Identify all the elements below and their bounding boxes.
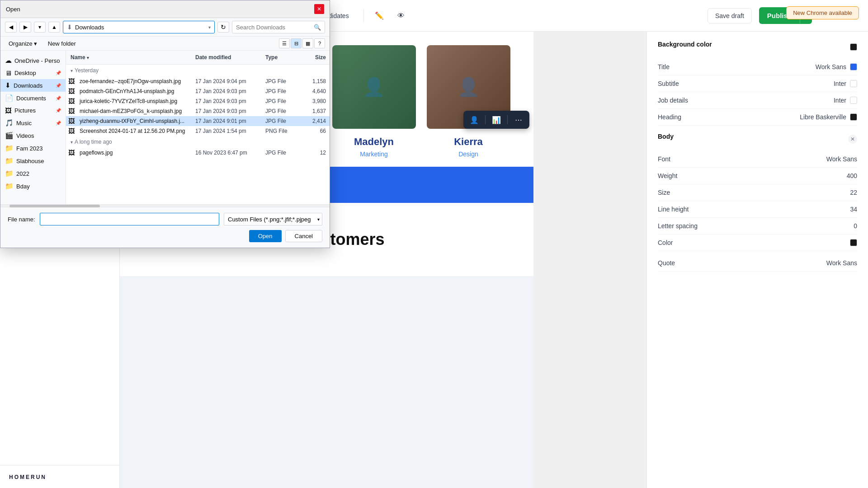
address-bar[interactable]: ⬇ Downloads ▾ xyxy=(63,21,215,33)
sidebar-item-fam-2023[interactable]: 📁 Fam 2023 xyxy=(0,142,66,155)
pin-icon: 📌 xyxy=(56,83,61,88)
title-color-swatch[interactable] xyxy=(850,63,857,70)
dialog-titlebar: Open ✕ xyxy=(0,0,330,18)
tiles-view-button[interactable]: ▦ xyxy=(302,38,313,48)
file-type: JPG File xyxy=(262,118,300,124)
file-size: 1,158 xyxy=(300,78,330,84)
file-row[interactable]: 🖼 michael-dam-mEZ3PoFGs_k-unsplash.jpg 1… xyxy=(66,106,330,116)
letter-spacing-value: 0 xyxy=(854,222,857,230)
file-type-select[interactable]: Custom Files (*.png;*.jfif;*.pjpeg xyxy=(224,213,322,225)
folder-icon: 📄 xyxy=(5,94,14,102)
line-height-label: Line height xyxy=(658,206,689,213)
font-value: Work Sans xyxy=(826,155,857,163)
background-color-swatch[interactable] xyxy=(850,43,857,51)
onedrive-item[interactable]: ☁ OneDrive - Perso xyxy=(0,54,66,67)
up-button[interactable]: ▲ xyxy=(48,22,60,33)
open-button[interactable]: Open xyxy=(249,230,282,242)
folder-label: Fam 2023 xyxy=(16,145,61,152)
organize-button[interactable]: Organize ▾ xyxy=(5,39,41,48)
save-draft-button[interactable]: Save draft xyxy=(708,8,752,23)
cancel-button[interactable]: Cancel xyxy=(285,230,322,242)
chrome-notification[interactable]: New Chrome available xyxy=(786,6,859,19)
file-type: JPG File xyxy=(262,88,300,94)
forward-button[interactable]: ▶ xyxy=(19,22,31,33)
detail-view-button[interactable]: ⊟ xyxy=(291,38,302,48)
file-name: yizheng-duanmu-tXFbY_CimhI-unsplash.j... xyxy=(77,118,192,124)
sidebar-item-2022[interactable]: 📁 2022 xyxy=(0,167,66,180)
file-list: Name ▾ Date modified Type Size ▾ Yesterd… xyxy=(66,51,330,204)
folder-icon: 🎬 xyxy=(5,131,14,140)
search-bar[interactable]: 🔍 xyxy=(232,21,325,33)
heading-color-swatch[interactable] xyxy=(850,113,857,121)
background-color-title: Background color xyxy=(658,41,712,48)
file-dialog[interactable]: Open ✕ ◀ ▶ ▾ ▲ ⬇ Downloads ▾ ↻ 🔍 Organiz… xyxy=(0,0,330,248)
size-column-header[interactable]: Size xyxy=(300,52,330,62)
sidebar-item-music[interactable]: 🎵 Music 📌 xyxy=(0,117,66,129)
footer-row2: Open Cancel xyxy=(8,230,322,242)
file-size: 12 xyxy=(300,150,330,156)
help-button[interactable]: ? xyxy=(314,38,325,48)
job-details-color-swatch[interactable] xyxy=(850,97,857,104)
recent-button[interactable]: ▾ xyxy=(34,22,46,33)
dialog-sidebar: ☁ OneDrive - Perso 🖥 Desktop 📌 ⬇ Downloa… xyxy=(0,51,66,204)
sidebar-item-videos[interactable]: 🎬 Videos xyxy=(0,129,66,142)
line-height-row: Line height 34 xyxy=(658,201,857,218)
body-close-button[interactable]: ✕ xyxy=(848,135,857,144)
file-row[interactable]: 🖼 jurica-koletic-7YVZYZeITc8-unsplash.jp… xyxy=(66,96,330,106)
sidebar-item-pictures[interactable]: 🖼 Pictures 📌 xyxy=(0,104,66,117)
subtitle-color-swatch[interactable] xyxy=(850,80,857,87)
folder-label: Slabhouse xyxy=(16,158,61,164)
dialog-nav-toolbar: ◀ ▶ ▾ ▲ ⬇ Downloads ▾ ↻ 🔍 xyxy=(0,18,330,37)
sidebar-item-desktop[interactable]: 🖥 Desktop 📌 xyxy=(0,67,66,79)
float-chart-icon[interactable]: 📊 xyxy=(490,113,503,126)
file-row[interactable]: 🖼 Screenshot 2024-01-17 at 12.56.20 PM.p… xyxy=(66,126,330,136)
dialog-close-button[interactable]: ✕ xyxy=(314,4,324,14)
madelyn-photo: 👤 xyxy=(332,45,416,129)
folder-label: Downloads xyxy=(14,82,53,89)
file-row[interactable]: 🖼 zoe-fernandez--zqoE7jnOgw-unsplash.jpg… xyxy=(66,76,330,86)
name-column-header[interactable]: Name ▾ xyxy=(66,52,192,62)
date-column-header[interactable]: Date modified xyxy=(192,52,262,62)
horizontal-scrollbar[interactable] xyxy=(0,204,330,207)
file-row[interactable]: 🖼 podmatch-GEnCnYhA1J4-unsplash.jpg 17 J… xyxy=(66,86,330,96)
float-user-icon[interactable]: 👤 xyxy=(468,113,481,126)
folder-icon: 🎵 xyxy=(5,119,14,127)
sidebar-item-documents[interactable]: 📄 Documents 📌 xyxy=(0,92,66,104)
file-row[interactable]: 🖼 yizheng-duanmu-tXFbY_CimhI-unsplash.j.… xyxy=(66,116,330,126)
size-row: Size 22 xyxy=(658,184,857,201)
refresh-button[interactable]: ↻ xyxy=(217,22,229,33)
folder-icon: 🖥 xyxy=(5,69,12,77)
sidebar-item-downloads[interactable]: ⬇ Downloads 📌 xyxy=(0,79,66,92)
file-row[interactable]: 🖼 pageflows.jpg 16 Nov 2023 6:47 pm JPG … xyxy=(66,148,330,158)
file-group-header[interactable]: ▾ A long time ago xyxy=(66,136,330,148)
file-date: 17 Jan 2024 9:03 pm xyxy=(192,108,262,114)
address-dropdown-icon[interactable]: ▾ xyxy=(208,25,211,30)
body-title: Body xyxy=(658,133,674,140)
color-row: Color xyxy=(658,235,857,251)
list-view-button[interactable]: ☰ xyxy=(279,38,290,48)
file-date: 17 Jan 2024 9:04 pm xyxy=(192,78,262,84)
file-name-input[interactable] xyxy=(40,213,219,225)
edit-button[interactable]: ✏️ xyxy=(371,8,387,24)
dialog-body: ☁ OneDrive - Perso 🖥 Desktop 📌 ⬇ Downloa… xyxy=(0,51,330,204)
file-name: pageflows.jpg xyxy=(77,150,192,156)
search-input[interactable] xyxy=(236,24,312,31)
folder-icon: 📁 xyxy=(5,169,14,178)
organize-toolbar: Organize ▾ New folder ☰ ⊟ ▦ ? xyxy=(0,37,330,51)
color-swatch[interactable] xyxy=(850,239,857,246)
sidebar-item-bday[interactable]: 📁 Bday xyxy=(0,180,66,192)
back-button[interactable]: ◀ xyxy=(5,22,17,33)
file-size: 2,414 xyxy=(300,118,330,124)
organize-label: Organize xyxy=(9,40,33,47)
job-details-label: Job details xyxy=(658,97,688,104)
new-folder-button[interactable]: New folder xyxy=(44,39,80,48)
pin-icon: 📌 xyxy=(56,96,61,101)
float-toolbar: 👤 📊 ⋯ xyxy=(463,111,529,129)
sidebar-item-slabhouse[interactable]: 📁 Slabhouse xyxy=(0,155,66,167)
folder-label: Pictures xyxy=(14,107,53,114)
preview-button[interactable]: 👁 xyxy=(393,8,409,24)
heading-font: Libre Baskerville xyxy=(800,113,846,121)
type-column-header[interactable]: Type xyxy=(262,52,300,62)
file-group-header[interactable]: ▾ Yesterday xyxy=(66,65,330,76)
float-more-icon[interactable]: ⋯ xyxy=(512,113,525,126)
